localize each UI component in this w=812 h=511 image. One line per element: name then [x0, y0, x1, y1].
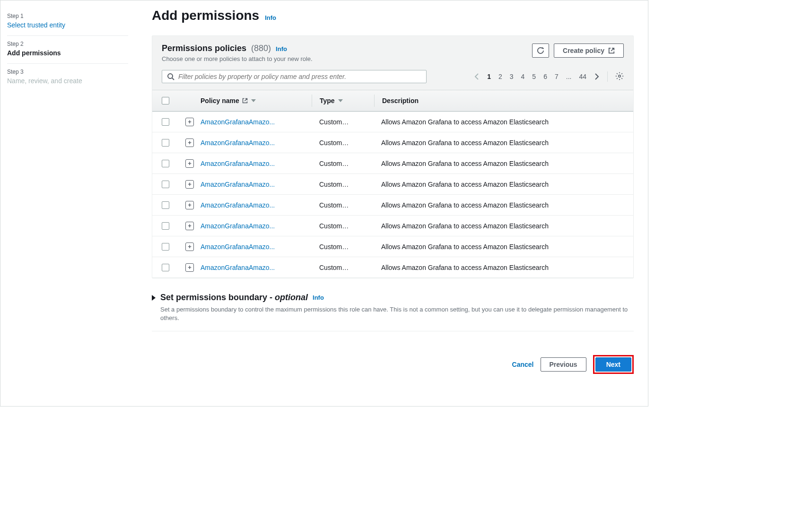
refresh-icon — [537, 47, 544, 54]
sort-icon[interactable] — [251, 98, 256, 104]
row-checkbox[interactable] — [162, 264, 169, 271]
page-number[interactable]: 4 — [521, 73, 525, 80]
policy-description: Allows Amazon Grafana to access Amazon E… — [381, 264, 549, 271]
expand-row-button[interactable]: + — [185, 222, 194, 230]
step-label: Step 1 — [7, 13, 128, 19]
table-row: + AmazonGrafanaAmazo... Custom… Allows A… — [152, 174, 633, 195]
divider — [607, 71, 608, 82]
step-title[interactable]: Select trusted entity — [7, 21, 128, 29]
svg-point-0 — [168, 74, 173, 78]
policy-description: Allows Amazon Grafana to access Amazon E… — [381, 139, 549, 147]
expand-triangle-icon[interactable] — [152, 295, 156, 301]
external-link-icon — [242, 98, 248, 104]
wizard-step-3: Step 3 Name, review, and create — [7, 64, 128, 91]
table-row: + AmazonGrafanaAmazo... Custom… Allows A… — [152, 112, 633, 132]
step-label: Step 3 — [7, 69, 128, 75]
policy-description: Allows Amazon Grafana to access Amazon E… — [381, 201, 549, 209]
next-button-highlight: Next — [593, 355, 634, 374]
row-checkbox[interactable] — [162, 160, 169, 167]
policy-name-link[interactable]: AmazonGrafanaAmazo... — [201, 160, 275, 167]
search-icon — [167, 73, 175, 80]
expand-row-button[interactable]: + — [185, 139, 194, 147]
row-checkbox[interactable] — [162, 201, 169, 209]
policy-search[interactable] — [162, 70, 427, 83]
policy-name-link[interactable]: AmazonGrafanaAmazo... — [201, 139, 275, 147]
row-checkbox[interactable] — [162, 243, 169, 251]
expand-row-button[interactable]: + — [185, 201, 194, 209]
column-header-type[interactable]: Type — [320, 97, 335, 104]
table-header: Policy name Type Description — [152, 90, 633, 112]
policy-description: Allows Amazon Grafana to access Amazon E… — [381, 118, 549, 126]
policy-name-link[interactable]: AmazonGrafanaAmazo... — [201, 181, 275, 188]
info-link[interactable]: Info — [313, 294, 324, 301]
page-number[interactable]: 5 — [532, 73, 536, 80]
table-row: + AmazonGrafanaAmazo... Custom… Allows A… — [152, 236, 633, 257]
refresh-button[interactable] — [532, 43, 549, 58]
next-button[interactable]: Next — [595, 357, 631, 372]
policy-description: Allows Amazon Grafana to access Amazon E… — [381, 160, 549, 167]
column-header-description[interactable]: Description — [382, 97, 419, 104]
gear-icon — [615, 72, 624, 80]
policy-type: Custom… — [319, 243, 349, 251]
boundary-title: Set permissions boundary - optional — [160, 293, 308, 303]
expand-row-button[interactable]: + — [185, 243, 194, 251]
select-all-checkbox[interactable] — [162, 97, 169, 104]
cancel-button[interactable]: Cancel — [512, 361, 534, 368]
row-checkbox[interactable] — [162, 181, 169, 188]
policy-type: Custom… — [319, 264, 349, 271]
panel-count: (880) — [251, 43, 271, 53]
page-number[interactable]: 7 — [555, 73, 559, 80]
info-link[interactable]: Info — [265, 14, 276, 21]
row-checkbox[interactable] — [162, 118, 169, 126]
step-title: Add permissions — [7, 49, 128, 57]
svg-point-1 — [619, 75, 621, 77]
table-row: + AmazonGrafanaAmazo... Custom… Allows A… — [152, 153, 633, 174]
permissions-boundary-section: Set permissions boundary - optional Info… — [152, 281, 634, 331]
page-number[interactable]: 6 — [543, 73, 547, 80]
table-row: + AmazonGrafanaAmazo... Custom… Allows A… — [152, 195, 633, 216]
main-content: Add permissions Info Permissions policie… — [142, 0, 648, 406]
step-title: Name, review, and create — [7, 77, 128, 85]
page-number[interactable]: 44 — [579, 73, 586, 80]
button-label: Create policy — [563, 47, 604, 54]
prev-page-icon[interactable] — [474, 73, 480, 80]
policy-name-link[interactable]: AmazonGrafanaAmazo... — [201, 201, 275, 209]
page-number[interactable]: 2 — [498, 73, 502, 80]
wizard-step-1[interactable]: Step 1 Select trusted entity — [7, 8, 128, 36]
policy-type: Custom… — [319, 181, 349, 188]
policy-name-link[interactable]: AmazonGrafanaAmazo... — [201, 243, 275, 251]
panel-title: Permissions policies — [162, 43, 246, 53]
footer-actions: Cancel Previous Next — [152, 355, 634, 374]
policy-name-link[interactable]: AmazonGrafanaAmazo... — [201, 118, 275, 126]
wizard-sidebar: Step 1 Select trusted entity Step 2 Add … — [0, 0, 142, 406]
expand-row-button[interactable]: + — [185, 118, 194, 126]
info-link[interactable]: Info — [276, 45, 287, 52]
table-row: + AmazonGrafanaAmazo... Custom… Allows A… — [152, 257, 633, 278]
policy-type: Custom… — [319, 118, 349, 126]
page-ellipsis: ... — [566, 73, 572, 80]
policy-name-link[interactable]: AmazonGrafanaAmazo... — [201, 222, 275, 230]
pagination: 1 2 3 4 5 6 7 ... 44 — [474, 71, 624, 82]
settings-button[interactable] — [615, 72, 624, 82]
next-page-icon[interactable] — [594, 73, 600, 80]
expand-row-button[interactable]: + — [185, 180, 194, 189]
external-link-icon — [608, 47, 615, 54]
page-number[interactable]: 3 — [510, 73, 514, 80]
policy-type: Custom… — [319, 201, 349, 209]
policy-description: Allows Amazon Grafana to access Amazon E… — [381, 181, 549, 188]
previous-button[interactable]: Previous — [541, 357, 586, 372]
column-header-name[interactable]: Policy name — [201, 97, 239, 104]
page-number[interactable]: 1 — [487, 73, 491, 80]
panel-description: Choose one or more policies to attach to… — [162, 55, 313, 62]
step-label: Step 2 — [7, 41, 128, 47]
policy-description: Allows Amazon Grafana to access Amazon E… — [381, 243, 549, 251]
sort-icon[interactable] — [338, 98, 343, 104]
search-input[interactable] — [178, 73, 421, 80]
row-checkbox[interactable] — [162, 139, 169, 147]
policy-name-link[interactable]: AmazonGrafanaAmazo... — [201, 264, 275, 271]
row-checkbox[interactable] — [162, 222, 169, 230]
expand-row-button[interactable]: + — [185, 159, 194, 168]
expand-row-button[interactable]: + — [185, 263, 194, 272]
create-policy-button[interactable]: Create policy — [554, 43, 624, 58]
table-row: + AmazonGrafanaAmazo... Custom… Allows A… — [152, 132, 633, 153]
